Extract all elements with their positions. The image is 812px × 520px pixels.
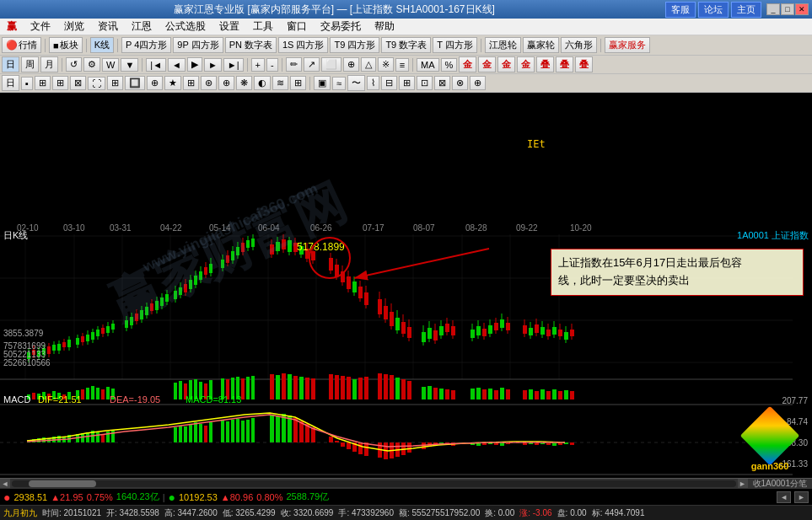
scroll-right-btn[interactable]: ► [794, 491, 809, 503]
tb-config[interactable]: ⚙ [83, 57, 100, 72]
tb-1s4-button[interactable]: 1S 四方形 [278, 37, 329, 53]
home-button[interactable]: 主页 [731, 2, 761, 18]
tb-hex[interactable]: 六角形 [561, 37, 597, 53]
tb-play[interactable]: ▶ [187, 57, 202, 72]
tb-t4-button[interactable]: T 四方形 [433, 37, 477, 53]
svg-rect-293 [241, 421, 245, 442]
forum-button[interactable]: 论坛 [698, 2, 729, 18]
menu-win[interactable]: 赢 [3, 19, 20, 34]
tb-kline-button[interactable]: K线 [90, 37, 114, 53]
tb-dt22[interactable]: ⊟ [381, 76, 397, 90]
scroll-right-arrow[interactable]: ► [738, 479, 748, 489]
tb-algo6[interactable]: 叠 [556, 56, 573, 72]
tb-dt8[interactable]: 🔲 [125, 76, 145, 90]
minimize-button[interactable]: _ [766, 3, 780, 15]
menu-jianen[interactable]: 江恩 [128, 19, 155, 34]
tb-pn-button[interactable]: PN 数字表 [225, 37, 277, 53]
scroll-thumb[interactable] [29, 480, 96, 487]
tb-dt5[interactable]: ⊠ [70, 76, 86, 90]
tb-algo2[interactable]: 金 [478, 56, 496, 72]
tb-prev[interactable]: ◄ [168, 58, 186, 72]
tb-dt4[interactable]: ⊞ [52, 76, 68, 90]
tb-dt23[interactable]: ⊞ [399, 76, 415, 90]
tb-dt24[interactable]: ⊡ [417, 76, 433, 90]
tb-draw2[interactable]: ↗ [304, 57, 320, 72]
tb-draw6[interactable]: ※ [378, 57, 394, 72]
tb-dt7[interactable]: ⊞ [107, 76, 123, 90]
tb-dt25[interactable]: ⊠ [434, 76, 450, 90]
tb-algo1[interactable]: 金 [459, 56, 476, 72]
tb-p4-button[interactable]: P 4四方形 [121, 37, 171, 53]
menu-info[interactable]: 资讯 [94, 19, 121, 34]
customer-service-button[interactable]: 客服 [665, 2, 696, 18]
tb-win-wheel[interactable]: 赢家轮 [523, 37, 559, 53]
menu-tools[interactable]: 工具 [250, 19, 277, 34]
menu-help[interactable]: 帮助 [371, 19, 398, 34]
scroll-left-btn[interactable]: ◄ [777, 491, 791, 503]
tb-dt16[interactable]: ≋ [272, 76, 288, 90]
tb-dt18[interactable]: ▣ [314, 76, 331, 90]
tb-dt20[interactable]: 〜 [347, 75, 365, 91]
tb-draw4[interactable]: ⊕ [343, 57, 359, 72]
close-button[interactable]: ✕ [795, 3, 809, 15]
tb-dt26[interactable]: ⊗ [452, 76, 468, 90]
tb-dt13[interactable]: ⊕ [218, 76, 234, 90]
tb-draw1[interactable]: ✏ [286, 57, 302, 72]
tb-dt27[interactable]: ⊕ [470, 76, 486, 90]
tb-t9n-button[interactable]: T9 数字表 [381, 37, 431, 53]
tb-algo4[interactable]: 金 [517, 56, 535, 72]
tb-algo3[interactable]: 金 [497, 56, 515, 72]
tb-indicator[interactable]: MA [417, 58, 439, 72]
menu-file[interactable]: 文件 [27, 19, 54, 34]
tb-dt1[interactable]: 日 [2, 75, 19, 91]
tb-draw3[interactable]: ⬜ [321, 57, 341, 72]
tb-t94-button[interactable]: T9 四方形 [330, 37, 379, 53]
tb-week[interactable]: 周 [21, 56, 39, 72]
tb-dt9[interactable]: ⊕ [147, 76, 163, 90]
tb-jianen-wheel[interactable]: 江恩轮 [485, 37, 521, 53]
tb-down[interactable]: ▼ [121, 58, 138, 72]
tb-dt3[interactable]: ⊞ [35, 76, 51, 90]
tb-dt6[interactable]: ⛶ [88, 77, 105, 90]
tb-zoom-in[interactable]: + [251, 58, 265, 72]
tb-next[interactable]: ► [204, 58, 222, 72]
tb-day[interactable]: 日 [2, 56, 19, 72]
tb-9p4-button[interactable]: 9P 四方形 [173, 37, 223, 53]
tb-month[interactable]: 月 [40, 56, 58, 72]
tb-dt17[interactable]: ⊞ [290, 76, 306, 90]
menu-trade[interactable]: 交易委托 [317, 19, 364, 34]
h-scrollbar[interactable]: ◄ ► 收1A0001分笔 [0, 478, 812, 488]
menu-browse[interactable]: 浏览 [61, 19, 88, 34]
sb2-ratio: 换: 0.00 [485, 507, 514, 519]
tb-dt11[interactable]: ⊞ [183, 76, 199, 90]
menu-formula[interactable]: 公式选股 [162, 19, 209, 34]
tb-dt15[interactable]: ◐ [254, 76, 271, 90]
tb-win-service[interactable]: 赢家服务 [605, 37, 650, 53]
tb-bk-button[interactable]: ■ 板块 [49, 37, 83, 53]
tb-hq-button[interactable]: 🔴 行情 [2, 37, 41, 53]
tb-refresh[interactable]: ↺ [66, 57, 82, 72]
menu-settings[interactable]: 设置 [216, 19, 243, 34]
chart-wrapper[interactable]: 赢家财富网 www.yingjiashicai360.com 02-10 03-… [0, 93, 812, 478]
tb-algo7[interactable]: 叠 [575, 56, 593, 72]
tb-first[interactable]: |◄ [146, 58, 166, 72]
svg-rect-296 [270, 415, 274, 442]
tb-wmark[interactable]: W [102, 58, 119, 72]
tb-algo5[interactable]: 叠 [536, 56, 554, 72]
tb-draw7[interactable]: ≡ [395, 58, 409, 72]
scroll-track[interactable] [12, 480, 736, 487]
tb-dt10[interactable]: ★ [164, 76, 181, 90]
menu-window[interactable]: 窗口 [283, 19, 310, 34]
tb-last[interactable]: ►| [223, 58, 244, 72]
maximize-button[interactable]: □ [781, 3, 794, 15]
scroll-left-arrow[interactable]: ◄ [0, 479, 10, 489]
tb-dt19[interactable]: ≈ [332, 77, 346, 90]
tb-pct[interactable]: % [441, 58, 458, 72]
tb-draw5[interactable]: △ [361, 57, 376, 72]
tb-dt21[interactable]: ⌇ [367, 76, 379, 90]
svg-rect-190 [32, 393, 35, 399]
tb-dt12[interactable]: ⊛ [201, 76, 217, 90]
tb-dt14[interactable]: ❋ [236, 76, 252, 90]
tb-zoom-out[interactable]: - [266, 58, 278, 72]
tb-dt2[interactable]: ▪ [21, 77, 33, 90]
